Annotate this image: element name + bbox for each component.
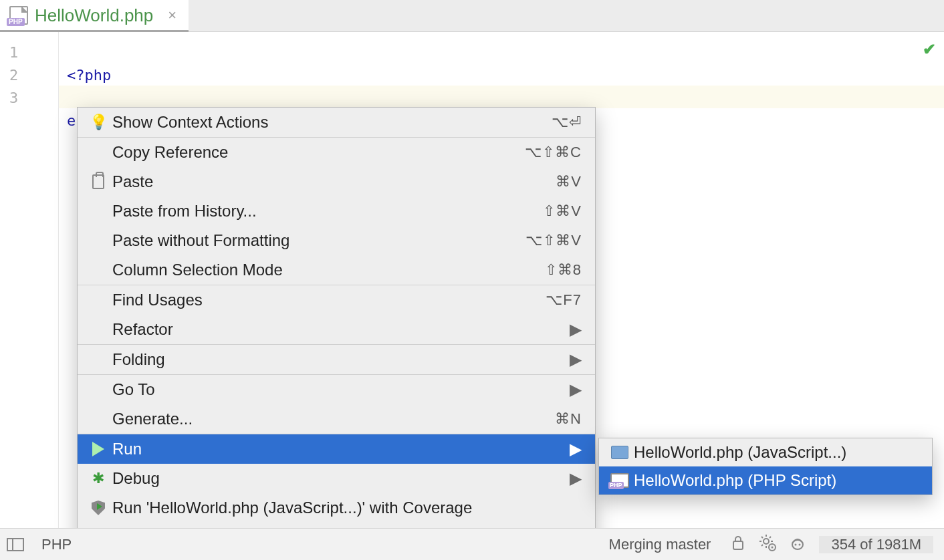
submenu-arrow-icon: ▶: [570, 380, 582, 399]
run-submenu: HelloWorld.php (JavaScript...)PHPHelloWo…: [598, 438, 933, 495]
code-token: <?php: [67, 67, 111, 84]
bug-icon: ✱: [87, 470, 110, 487]
menu-item-run-helloworld-php-javascript-with-coverage[interactable]: Run 'HelloWorld.php (JavaScript...)' wit…: [78, 493, 595, 523]
line-number: 1: [0, 41, 58, 64]
menu-item-copy-reference[interactable]: Copy Reference⌥⇧⌘C: [78, 138, 595, 167]
menu-item-label: Debug: [110, 469, 160, 488]
menu-item-label: Go To: [110, 380, 155, 399]
memory-indicator[interactable]: 354 of 1981M: [819, 536, 933, 553]
svg-line-8: [761, 537, 763, 538]
status-bar: PHP Merging master 354 of 1981M: [0, 528, 944, 560]
menu-item-shortcut: ⌥⇧⌘C: [525, 144, 582, 161]
menu-item-shortcut: ⌘V: [556, 173, 582, 190]
menu-item-generate[interactable]: Generate...⌘N: [78, 404, 595, 434]
clipboard-icon: [87, 174, 110, 189]
coverage-shield-icon: [87, 501, 110, 515]
svg-line-11: [761, 545, 763, 546]
close-tab-icon[interactable]: ×: [168, 8, 176, 23]
editor-context-menu: 💡Show Context Actions⌥⏎Copy Reference⌥⇧⌘…: [77, 107, 596, 553]
menu-item-shortcut: ⇧⌘V: [543, 202, 582, 220]
menu-item-folding[interactable]: Folding▶: [78, 345, 595, 374]
menu-item-debug[interactable]: ✱Debug▶: [78, 464, 595, 493]
line-number: 3: [0, 87, 58, 110]
menu-item-shortcut: ⌥⏎: [552, 114, 582, 131]
lock-icon[interactable]: [731, 535, 745, 555]
line-number: 2: [0, 64, 58, 87]
menu-item-go-to[interactable]: Go To▶: [78, 375, 595, 404]
submenu-arrow-icon: ▶: [570, 440, 582, 458]
menu-item-label: Generate...: [110, 410, 193, 428]
menu-item-label: Run 'HelloWorld.php (JavaScript...)' wit…: [110, 499, 472, 517]
editor-tabs-bar: PHP HelloWorld.php ×: [0, 0, 944, 32]
memory-text: 354 of 1981M: [831, 536, 921, 553]
menu-item-show-context-actions[interactable]: 💡Show Context Actions⌥⏎: [78, 108, 595, 137]
bulb-icon: 💡: [87, 114, 110, 131]
menu-item-paste-from-history[interactable]: Paste from History...⇧⌘V: [78, 196, 595, 226]
menu-item-label: Paste: [110, 172, 153, 191]
inspection-ok-icon[interactable]: ✔: [923, 40, 936, 59]
menu-item-label: Find Usages: [110, 291, 203, 309]
menu-item-label: Copy Reference: [110, 143, 228, 162]
menu-item-find-usages[interactable]: Find Usages⌥F7: [78, 285, 595, 315]
menu-item-run[interactable]: Run▶: [78, 434, 595, 464]
menu-item-label: Refactor: [110, 320, 173, 339]
svg-point-13: [772, 546, 774, 548]
svg-point-15: [795, 543, 797, 545]
menu-item-shortcut: ⇧⌘8: [545, 261, 582, 279]
tool-window-icon[interactable]: [7, 538, 24, 551]
svg-rect-2: [733, 541, 743, 549]
menu-item-refactor[interactable]: Refactor▶: [78, 315, 595, 344]
menu-item-shortcut: ⌘N: [555, 410, 582, 428]
line-number-gutter[interactable]: 1 2 3: [0, 32, 59, 528]
submenu-arrow-icon: ▶: [570, 350, 582, 369]
menu-item-shortcut: ⌥F7: [546, 291, 582, 309]
play-icon: [87, 442, 110, 456]
submenu-item-label: HelloWorld.php (PHP Script): [631, 471, 836, 490]
submenu-item-helloworld-php-php-script[interactable]: PHPHelloWorld.php (PHP Script): [599, 466, 932, 495]
svg-line-10: [770, 537, 771, 538]
svg-point-16: [799, 543, 801, 545]
menu-item-label: Paste without Formatting: [110, 231, 289, 250]
menu-item-label: Paste from History...: [110, 202, 257, 221]
js-run-config-icon: [608, 446, 631, 459]
submenu-item-helloworld-php-javascript[interactable]: HelloWorld.php (JavaScript...): [599, 438, 932, 466]
menu-item-column-selection-mode[interactable]: Column Selection Mode⇧⌘8: [78, 255, 595, 285]
menu-item-paste-without-formatting[interactable]: Paste without Formatting⌥⇧⌘V: [78, 226, 595, 255]
menu-item-label: Folding: [110, 350, 165, 369]
settings-gear-icon[interactable]: [759, 534, 776, 555]
menu-item-label: Run: [110, 440, 142, 458]
menu-item-label: Column Selection Mode: [110, 261, 283, 279]
status-php-indicator[interactable]: PHP: [35, 536, 78, 553]
hector-inspector-icon[interactable]: [790, 534, 806, 555]
menu-item-paste[interactable]: Paste⌘V: [78, 167, 595, 196]
php-run-config-icon: PHP: [608, 473, 631, 488]
svg-point-3: [763, 539, 769, 544]
menu-item-shortcut: ⌥⇧⌘V: [525, 232, 582, 249]
status-vcs-merging[interactable]: Merging master: [602, 536, 718, 553]
submenu-arrow-icon: ▶: [570, 469, 582, 488]
tab-helloworld-php[interactable]: PHP HelloWorld.php ×: [0, 0, 189, 31]
menu-item-label: Show Context Actions: [110, 113, 268, 132]
tab-title: HelloWorld.php: [35, 5, 153, 26]
svg-rect-0: [7, 539, 23, 551]
php-file-icon: PHP: [9, 6, 28, 25]
submenu-item-label: HelloWorld.php (JavaScript...): [631, 443, 846, 462]
submenu-arrow-icon: ▶: [570, 320, 582, 339]
svg-rect-1: [7, 539, 13, 551]
